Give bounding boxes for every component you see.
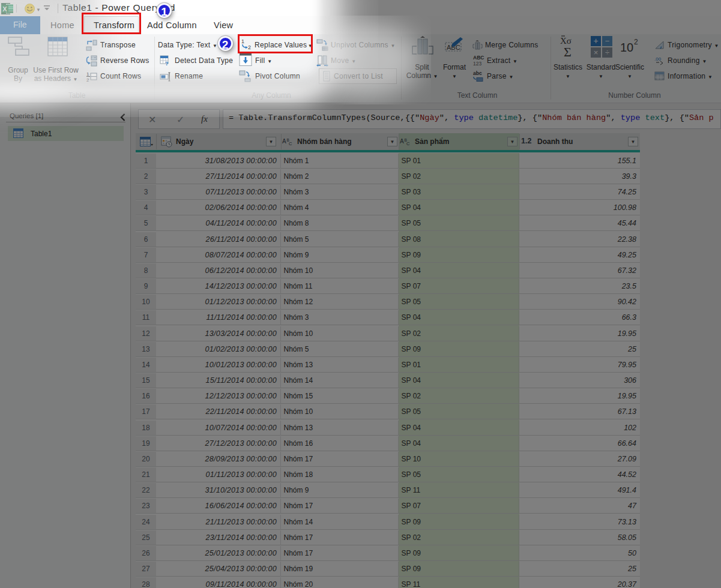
svg-text:C: C: [289, 141, 292, 146]
svg-text:C: C: [406, 141, 410, 146]
svg-text:÷: ÷: [605, 48, 609, 57]
svg-text:123: 123: [473, 61, 481, 67]
svg-text:+: +: [593, 36, 598, 46]
svg-text:.00: .00: [654, 56, 662, 62]
svg-text:A: A: [282, 138, 286, 145]
svg-text:Σ: Σ: [564, 44, 572, 59]
svg-text:10: 10: [620, 41, 633, 54]
svg-text:2: 2: [634, 38, 638, 46]
svg-text:−: −: [605, 37, 610, 46]
svg-text:2: 2: [86, 77, 89, 82]
svg-text:abc: abc: [473, 70, 482, 76]
svg-text:×: ×: [594, 48, 599, 57]
svg-text:?: ?: [165, 61, 169, 66]
svg-text:ABC: ABC: [473, 55, 484, 61]
svg-text:X: X: [2, 5, 7, 13]
svg-text:A: A: [400, 138, 404, 145]
svg-text:1: 1: [86, 71, 89, 77]
